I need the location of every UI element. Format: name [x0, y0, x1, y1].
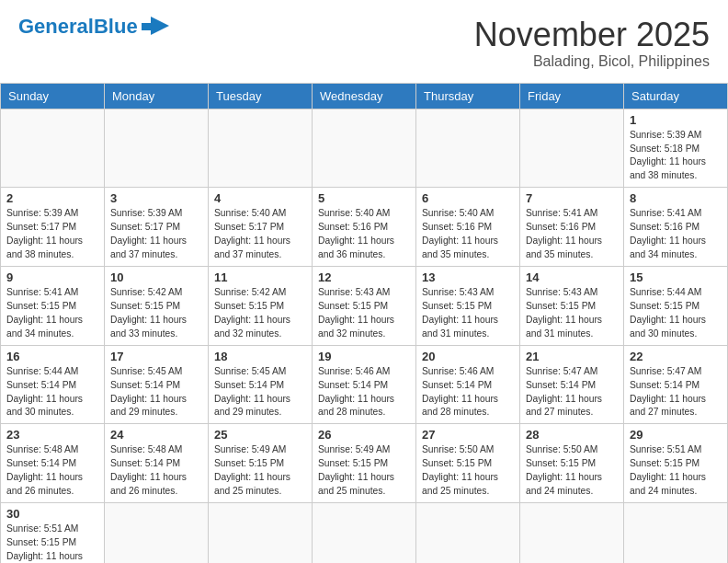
calendar-cell	[416, 109, 520, 188]
day-number: 30	[6, 507, 98, 521]
calendar-cell	[624, 503, 728, 563]
day-number: 22	[630, 350, 722, 363]
calendar-cell: 23Sunrise: 5:48 AM Sunset: 5:14 PM Dayli…	[1, 424, 105, 503]
day-number: 17	[110, 350, 202, 363]
day-number: 14	[526, 270, 618, 284]
location: Balading, Bicol, Philippines	[474, 53, 710, 70]
svg-marker-0	[151, 17, 169, 35]
day-number: 8	[630, 191, 722, 205]
cell-info: Sunrise: 5:39 AM Sunset: 5:17 PM Dayligh…	[6, 207, 98, 262]
cell-info: Sunrise: 5:47 AM Sunset: 5:14 PM Dayligh…	[526, 365, 618, 420]
calendar-cell	[313, 109, 416, 188]
weekday-header-thursday: Thursday	[416, 83, 520, 109]
calendar-cell	[313, 503, 416, 563]
calendar-cell: 11Sunrise: 5:42 AM Sunset: 5:15 PM Dayli…	[209, 266, 313, 345]
calendar-cell	[520, 503, 624, 563]
day-number: 13	[422, 270, 514, 284]
cell-info: Sunrise: 5:40 AM Sunset: 5:16 PM Dayligh…	[318, 207, 410, 262]
calendar-cell	[1, 109, 105, 188]
calendar-cell: 27Sunrise: 5:50 AM Sunset: 5:15 PM Dayli…	[416, 424, 520, 503]
week-row-4: 23Sunrise: 5:48 AM Sunset: 5:14 PM Dayli…	[1, 424, 728, 503]
calendar-cell: 5Sunrise: 5:40 AM Sunset: 5:16 PM Daylig…	[313, 188, 416, 267]
calendar-cell: 17Sunrise: 5:45 AM Sunset: 5:14 PM Dayli…	[105, 345, 209, 424]
cell-info: Sunrise: 5:39 AM Sunset: 5:17 PM Dayligh…	[110, 207, 202, 262]
calendar-cell: 13Sunrise: 5:43 AM Sunset: 5:15 PM Dayli…	[416, 266, 520, 345]
calendar-cell: 3Sunrise: 5:39 AM Sunset: 5:17 PM Daylig…	[105, 188, 209, 267]
day-number: 15	[630, 270, 722, 284]
day-number: 1	[630, 113, 722, 127]
cell-info: Sunrise: 5:42 AM Sunset: 5:15 PM Dayligh…	[110, 286, 202, 341]
weekday-header-saturday: Saturday	[624, 83, 728, 109]
calendar-cell	[105, 503, 209, 563]
calendar-cell: 24Sunrise: 5:48 AM Sunset: 5:14 PM Dayli…	[105, 424, 209, 503]
cell-info: Sunrise: 5:48 AM Sunset: 5:14 PM Dayligh…	[6, 443, 98, 499]
weekday-header-monday: Monday	[105, 83, 209, 109]
cell-info: Sunrise: 5:46 AM Sunset: 5:14 PM Dayligh…	[318, 365, 410, 420]
cell-info: Sunrise: 5:44 AM Sunset: 5:14 PM Dayligh…	[6, 365, 98, 420]
logo-blue: Blue	[94, 15, 138, 38]
calendar-cell: 16Sunrise: 5:44 AM Sunset: 5:14 PM Dayli…	[1, 345, 105, 424]
logo-icon	[142, 17, 169, 37]
day-number: 24	[110, 428, 202, 442]
week-row-0: 1Sunrise: 5:39 AM Sunset: 5:18 PM Daylig…	[1, 109, 728, 188]
calendar-cell	[416, 503, 520, 563]
day-number: 12	[318, 270, 410, 284]
week-row-2: 9Sunrise: 5:41 AM Sunset: 5:15 PM Daylig…	[1, 266, 728, 345]
calendar-table: SundayMondayTuesdayWednesdayThursdayFrid…	[0, 83, 728, 563]
cell-info: Sunrise: 5:43 AM Sunset: 5:15 PM Dayligh…	[318, 286, 410, 341]
calendar-cell: 29Sunrise: 5:51 AM Sunset: 5:15 PM Dayli…	[624, 424, 728, 503]
cell-info: Sunrise: 5:49 AM Sunset: 5:15 PM Dayligh…	[214, 443, 306, 499]
cell-info: Sunrise: 5:41 AM Sunset: 5:15 PM Dayligh…	[6, 286, 98, 341]
cell-info: Sunrise: 5:49 AM Sunset: 5:15 PM Dayligh…	[318, 443, 410, 499]
cell-info: Sunrise: 5:44 AM Sunset: 5:15 PM Dayligh…	[630, 286, 722, 341]
logo: GeneralBlue	[18, 17, 169, 37]
calendar-cell: 7Sunrise: 5:41 AM Sunset: 5:16 PM Daylig…	[520, 188, 624, 267]
calendar-cell: 10Sunrise: 5:42 AM Sunset: 5:15 PM Dayli…	[105, 266, 209, 345]
calendar-cell: 14Sunrise: 5:43 AM Sunset: 5:15 PM Dayli…	[520, 266, 624, 345]
week-row-3: 16Sunrise: 5:44 AM Sunset: 5:14 PM Dayli…	[1, 345, 728, 424]
calendar-cell: 28Sunrise: 5:50 AM Sunset: 5:15 PM Dayli…	[520, 424, 624, 503]
weekday-header-wednesday: Wednesday	[313, 83, 416, 109]
calendar-cell: 8Sunrise: 5:41 AM Sunset: 5:16 PM Daylig…	[624, 188, 728, 267]
cell-info: Sunrise: 5:40 AM Sunset: 5:16 PM Dayligh…	[422, 207, 514, 262]
calendar-cell: 25Sunrise: 5:49 AM Sunset: 5:15 PM Dayli…	[209, 424, 313, 503]
weekday-header-row: SundayMondayTuesdayWednesdayThursdayFrid…	[1, 83, 728, 109]
day-number: 9	[6, 270, 98, 284]
cell-info: Sunrise: 5:42 AM Sunset: 5:15 PM Dayligh…	[214, 286, 306, 341]
day-number: 28	[526, 428, 618, 442]
day-number: 18	[214, 350, 306, 363]
cell-info: Sunrise: 5:41 AM Sunset: 5:16 PM Dayligh…	[630, 207, 722, 262]
calendar-cell: 18Sunrise: 5:45 AM Sunset: 5:14 PM Dayli…	[209, 345, 313, 424]
day-number: 27	[422, 428, 514, 442]
day-number: 4	[214, 191, 306, 205]
calendar-cell: 30Sunrise: 5:51 AM Sunset: 5:15 PM Dayli…	[1, 503, 105, 563]
day-number: 6	[422, 191, 514, 205]
cell-info: Sunrise: 5:43 AM Sunset: 5:15 PM Dayligh…	[526, 286, 618, 341]
cell-info: Sunrise: 5:45 AM Sunset: 5:14 PM Dayligh…	[214, 365, 306, 420]
cell-info: Sunrise: 5:48 AM Sunset: 5:14 PM Dayligh…	[110, 443, 202, 499]
calendar-cell: 1Sunrise: 5:39 AM Sunset: 5:18 PM Daylig…	[624, 109, 728, 188]
day-number: 20	[422, 350, 514, 363]
day-number: 5	[318, 191, 410, 205]
day-number: 23	[6, 428, 98, 442]
calendar-cell: 12Sunrise: 5:43 AM Sunset: 5:15 PM Dayli…	[313, 266, 416, 345]
calendar-cell: 19Sunrise: 5:46 AM Sunset: 5:14 PM Dayli…	[313, 345, 416, 424]
day-number: 11	[214, 270, 306, 284]
day-number: 29	[630, 428, 722, 442]
calendar-cell: 20Sunrise: 5:46 AM Sunset: 5:14 PM Dayli…	[416, 345, 520, 424]
day-number: 3	[110, 191, 202, 205]
day-number: 16	[6, 350, 98, 363]
logo-general: General	[18, 15, 94, 38]
header: GeneralBlue November 2025 Balading, Bico…	[0, 0, 728, 79]
weekday-header-sunday: Sunday	[1, 83, 105, 109]
calendar-cell	[105, 109, 209, 188]
day-number: 26	[318, 428, 410, 442]
week-row-5: 30Sunrise: 5:51 AM Sunset: 5:15 PM Dayli…	[1, 503, 728, 563]
calendar-cell	[209, 503, 313, 563]
calendar-cell: 2Sunrise: 5:39 AM Sunset: 5:17 PM Daylig…	[1, 188, 105, 267]
logo-text: GeneralBlue	[18, 17, 138, 37]
calendar-cell	[209, 109, 313, 188]
calendar-cell: 22Sunrise: 5:47 AM Sunset: 5:14 PM Dayli…	[624, 345, 728, 424]
cell-info: Sunrise: 5:40 AM Sunset: 5:17 PM Dayligh…	[214, 207, 306, 262]
month-title: November 2025	[474, 17, 710, 53]
